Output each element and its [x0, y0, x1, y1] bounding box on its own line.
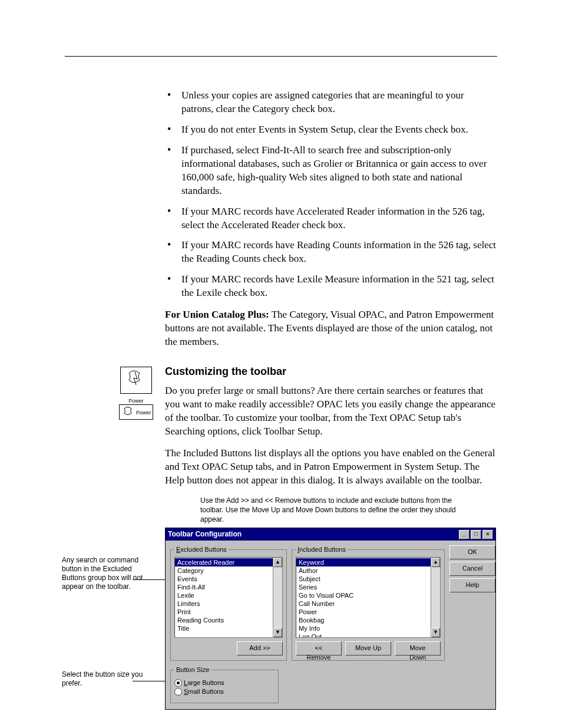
scrollbar[interactable]: ▲ ▼	[273, 558, 282, 637]
dialog-title-text: Toolbar Configuration	[168, 529, 242, 539]
move-down-button[interactable]: Move Down	[395, 641, 441, 655]
scroll-down-icon[interactable]: ▼	[431, 628, 440, 637]
list-item[interactable]: Bookbag	[296, 616, 440, 624]
scroll-up-icon[interactable]: ▲	[431, 558, 440, 567]
bullet-item: If you do not enter Events in System Set…	[165, 123, 497, 137]
button-size-legend: Button Size	[174, 666, 211, 674]
minimize-icon[interactable]: _	[459, 530, 470, 539]
excluded-buttons-listbox[interactable]: Accelerated Reader Category Events Find-…	[174, 557, 283, 638]
list-item[interactable]: Accelerated Reader	[175, 558, 282, 566]
radio-off-icon	[174, 688, 182, 696]
list-item[interactable]: Find-It-All	[175, 583, 282, 591]
toolbar-configuration-dialog: Toolbar Configuration _ □ × Excluded But…	[165, 528, 496, 710]
list-item[interactable]: Print	[175, 608, 282, 616]
large-buttons-radio[interactable]: Large Buttons	[174, 678, 224, 687]
annotation-size: Select the button size you prefer.	[62, 670, 150, 688]
power-icon-large	[120, 367, 152, 394]
connector-line	[133, 681, 165, 681]
included-buttons-listbox[interactable]: Keyword Author Subject Series Go to Visu…	[296, 557, 441, 638]
help-button[interactable]: Help	[449, 578, 495, 592]
maximize-icon[interactable]: □	[471, 530, 481, 539]
cancel-button[interactable]: Cancel	[449, 562, 495, 576]
margin-power-icons: Power Power	[65, 367, 153, 423]
list-item[interactable]: Title	[175, 624, 282, 633]
connector-line	[133, 579, 165, 580]
union-note-label: For Union Catalog Plus:	[165, 309, 269, 320]
radio-on-icon	[174, 679, 182, 687]
list-item[interactable]: Category	[175, 566, 282, 575]
excluded-buttons-group: Excluded Buttons Accelerated Reader Cate…	[170, 545, 287, 661]
bullet-item: If your MARC records have Lexile Measure…	[165, 273, 497, 300]
annotation-excluded: Any search or command button in the Excl…	[62, 556, 150, 591]
list-item[interactable]: Go to Visual OPAC	[296, 591, 440, 599]
scrollbar[interactable]: ▲ ▼	[431, 558, 440, 637]
customize-para-1: Do you prefer large or small buttons? Ar…	[165, 384, 497, 439]
list-item[interactable]: Reading Counts	[175, 616, 282, 624]
small-buttons-label: mall Buttons	[188, 688, 224, 695]
excluded-legend: xcluded Buttons	[180, 546, 226, 553]
list-item[interactable]: Call Number	[296, 599, 440, 608]
list-item[interactable]: My Info	[296, 624, 440, 633]
union-catalog-note: For Union Catalog Plus: The Category, Vi…	[165, 308, 497, 349]
dialog-titlebar: Toolbar Configuration _ □ ×	[166, 528, 495, 540]
included-legend: ncluded Buttons	[299, 546, 346, 553]
close-icon[interactable]: ×	[482, 530, 493, 539]
ok-button[interactable]: OK	[449, 545, 495, 559]
dialog-caption: Use the Add >> and << Remove buttons to …	[200, 496, 459, 525]
small-buttons-radio[interactable]: Small Buttons	[174, 687, 224, 696]
list-item[interactable]: Log Out	[296, 633, 440, 638]
remove-button[interactable]: << Remove	[296, 641, 342, 655]
bullet-list: Unless your copies are assigned categori…	[165, 89, 497, 300]
list-item[interactable]: Keyword	[296, 558, 440, 566]
power-icon-small-label: Power	[136, 410, 151, 416]
included-buttons-group: Included Buttons Keyword Author Subject …	[292, 545, 445, 661]
add-button[interactable]: Add >>	[237, 641, 283, 655]
list-item[interactable]: Author	[296, 566, 440, 575]
move-up-button[interactable]: Move Up	[345, 641, 391, 655]
bullet-item: If your MARC records have Reading Counts…	[165, 239, 497, 266]
scroll-up-icon[interactable]: ▲	[273, 558, 282, 567]
list-item[interactable]: Limiters	[175, 599, 282, 608]
list-item[interactable]: Power	[296, 608, 440, 616]
power-icon-large-label: Power	[119, 397, 153, 404]
section-heading: Customizing the toolbar	[165, 364, 497, 378]
button-size-group: Button Size Large Buttons Small Buttons	[170, 666, 279, 703]
list-item[interactable]: Events	[175, 575, 282, 583]
bullet-item: If purchased, select Find-It-All to sear…	[165, 144, 497, 198]
list-item[interactable]: Lexile	[175, 591, 282, 599]
customize-para-2: The Included Buttons list displays all t…	[165, 447, 497, 487]
bullet-item: Unless your copies are assigned categori…	[165, 89, 497, 116]
bullet-item: If your MARC records have Accelerated Re…	[165, 205, 497, 232]
large-buttons-label: arge Buttons	[187, 679, 224, 686]
list-item[interactable]: Series	[296, 583, 440, 591]
power-icon-small: Power	[119, 404, 153, 420]
list-item[interactable]: Subject	[296, 575, 440, 583]
page-rule	[65, 56, 497, 57]
scroll-down-icon[interactable]: ▼	[273, 628, 282, 637]
